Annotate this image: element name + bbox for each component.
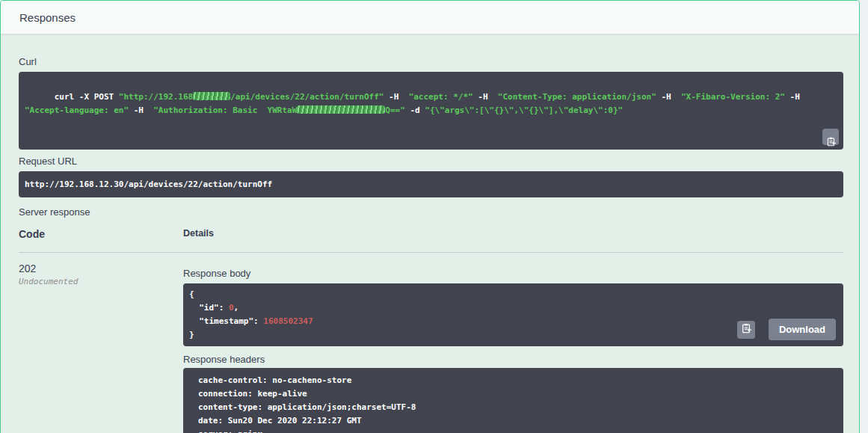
opblock-body: Curl curl -X POST "http://192.168/api/de… (1, 56, 859, 433)
download-button[interactable]: Download (769, 319, 836, 340)
response-body-copy-button[interactable] (737, 321, 755, 339)
server-response-table-head: Code Details (19, 228, 843, 253)
response-headers-label: Response headers (183, 354, 843, 365)
code-column-header: Code (19, 228, 183, 240)
response-body-actions: Download (737, 319, 836, 340)
responses-title: Responses (19, 11, 76, 24)
copy-to-clipboard-icon (822, 114, 839, 160)
details-column-header: Details (183, 228, 214, 240)
copy-to-clipboard-icon (741, 323, 751, 336)
curl-label: Curl (19, 56, 843, 67)
request-url-label: Request URL (19, 156, 843, 167)
response-body-block[interactable]: { "id": 0, "timestamp": 1608502347} (183, 283, 843, 346)
server-response-label: Server response (19, 206, 843, 218)
curl-command-block[interactable]: curl -X POST "http://192.168/api/devices… (19, 72, 843, 150)
response-code-cell: 202 Undocumented (19, 262, 183, 433)
response-headers-list: cache-control: no-cacheno-storeconnectio… (198, 374, 828, 433)
status-code: 202 (19, 262, 183, 274)
request-url-block: http://192.168.12.30/api/devices/22/acti… (19, 171, 843, 197)
undocumented-note: Undocumented (19, 277, 183, 286)
response-headers-block: cache-control: no-cacheno-storeconnectio… (183, 368, 843, 433)
server-response-row: 202 Undocumented Response body { "id": 0… (19, 262, 843, 433)
request-url-value: http://192.168.12.30/api/devices/22/acti… (25, 179, 272, 189)
responses-section-header: Responses (1, 1, 859, 34)
curl-copy-button[interactable] (822, 129, 839, 145)
curl-command-text: curl -X POST "http://192.168/api/devices… (25, 92, 810, 115)
responses-opblock: Responses Curl curl -X POST "http://192.… (0, 0, 860, 433)
page-gutter (860, 0, 868, 433)
response-details-cell: Response body { "id": 0, "timestamp": 16… (183, 262, 843, 433)
response-body-label: Response body (183, 268, 843, 279)
